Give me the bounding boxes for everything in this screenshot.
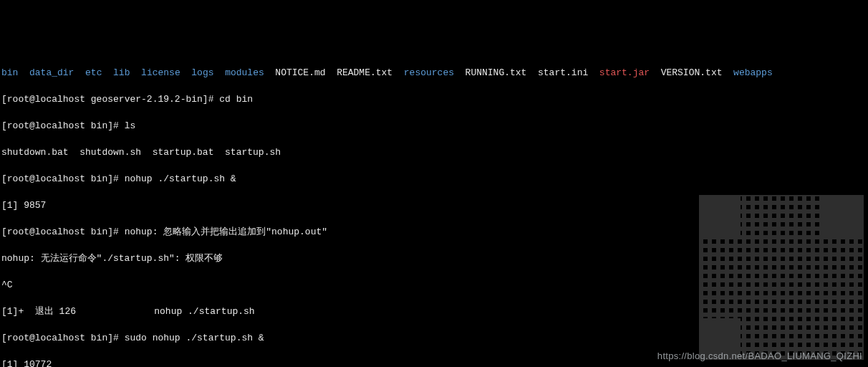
line: [root@localhost geoserver-2.19.2-bin]# c… bbox=[1, 93, 867, 107]
ls-output: shutdown.bat shutdown.sh startup.bat sta… bbox=[1, 146, 867, 160]
line: [root@localhost bin]# ls bbox=[1, 120, 867, 133]
source-watermark: https://blog.csdn.net/BADAO_LIUMANG_QIZH… bbox=[657, 350, 862, 363]
qr-code-watermark bbox=[699, 195, 864, 360]
line: [root@localhost bin]# nohup ./startup.sh… bbox=[1, 173, 867, 186]
ls-output-top: bin data_dir etc lib license logs module… bbox=[1, 67, 867, 80]
